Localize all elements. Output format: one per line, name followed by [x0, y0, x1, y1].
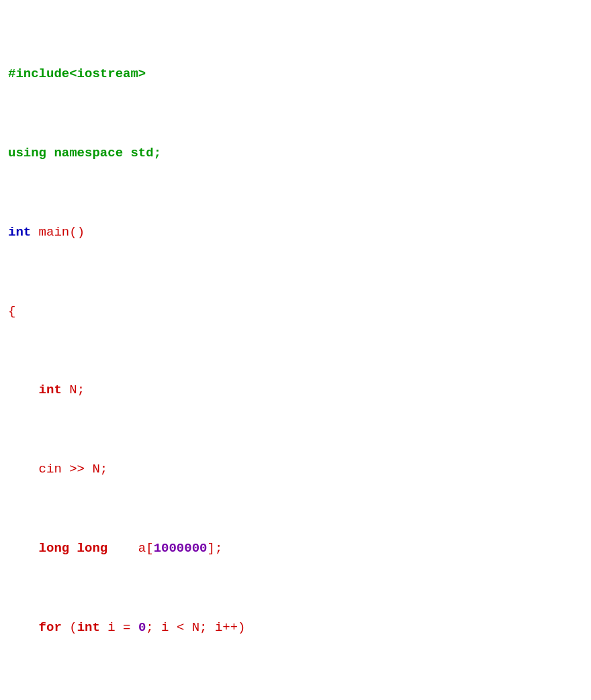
token-cin-n: cin >> N;: [39, 462, 108, 477]
code-line-1: #include<iostream>: [5, 64, 591, 84]
token-zero-1: 0: [138, 620, 146, 635]
token-main-func: main(): [31, 225, 85, 240]
code-line-3: int main(): [5, 223, 591, 242]
token-long-kw: long long: [39, 541, 108, 556]
code-line-6: cin >> N;: [5, 460, 591, 479]
token-n-decl: N;: [62, 383, 85, 397]
token-spaces: a[: [107, 541, 153, 556]
token-int-for-1: int: [77, 620, 100, 635]
token-open-brace-main: {: [8, 304, 15, 319]
code-line-8: for (int i = 0; i < N; i++): [5, 618, 591, 638]
token-int-main: int: [8, 225, 31, 240]
token-int-kw-1: int: [39, 383, 62, 397]
token-number-1000000: 1000000: [154, 541, 208, 556]
token-for-paren-1: (: [62, 620, 77, 635]
code-line-5: int N;: [5, 381, 591, 400]
code-line-9: {: [5, 697, 591, 700]
code-editor: #include<iostream> using namespace std; …: [5, 5, 591, 700]
token-include: #include<iostream>: [8, 66, 146, 81]
code-line-2: using namespace std;: [5, 144, 591, 163]
code-line-4: {: [5, 302, 591, 321]
code-line-7: long long a[1000000];: [5, 539, 591, 558]
token-for-cond-1: ; i < N; i++): [146, 620, 245, 635]
token-using: using namespace std;: [8, 146, 161, 160]
token-array-close: ];: [207, 541, 222, 556]
token-for-kw-1: for: [39, 620, 62, 635]
token-for-body-1: i =: [100, 620, 138, 635]
